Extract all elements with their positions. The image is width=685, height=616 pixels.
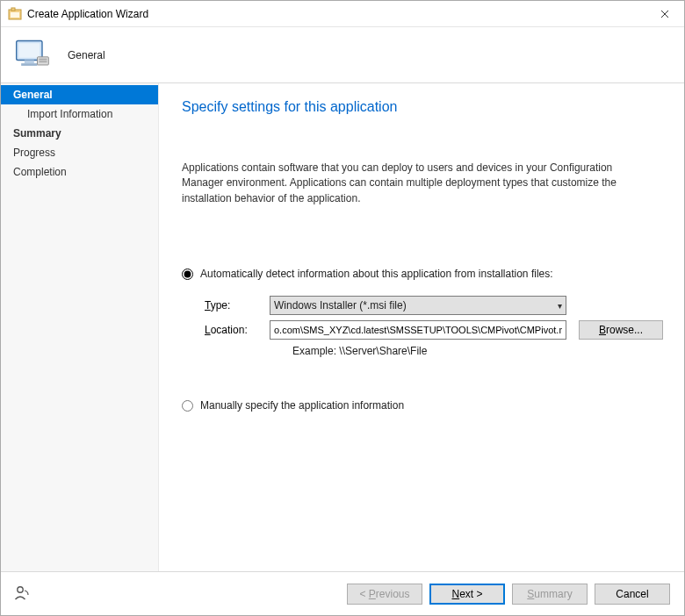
close-icon: [660, 10, 669, 18]
browse-button[interactable]: Browse...: [579, 320, 663, 340]
example-text: Example: \\Server\Share\File: [205, 345, 663, 357]
sidebar-item-import-information[interactable]: Import Information: [1, 104, 158, 124]
summary-button[interactable]: Summary: [512, 584, 588, 605]
svg-point-10: [18, 587, 23, 592]
svg-rect-5: [25, 60, 34, 63]
svg-rect-9: [39, 61, 47, 62]
body: General Import Information Summary Progr…: [1, 83, 684, 571]
location-input[interactable]: [270, 320, 566, 340]
auto-detect-form: Type: Windows Installer (*.msi file) ▾ L…: [182, 296, 663, 357]
sidebar-item-summary[interactable]: Summary: [1, 124, 158, 143]
window-title: Create Application Wizard: [27, 8, 645, 20]
cancel-button[interactable]: Cancel: [595, 584, 670, 605]
type-select-value: Windows Installer (*.msi file): [274, 299, 407, 312]
radio-auto-detect-label[interactable]: Automatically detect information about t…: [200, 268, 553, 280]
footer: < Previous Next > Summary Cancel: [1, 571, 684, 615]
radio-manual-row: Manually specify the application informa…: [182, 399, 663, 412]
header-title: General: [68, 49, 105, 61]
sidebar: General Import Information Summary Progr…: [1, 83, 159, 571]
next-button[interactable]: Next >: [429, 584, 505, 605]
description-text: Applications contain software that you c…: [182, 161, 656, 206]
page-title: Specify settings for this application: [182, 99, 663, 115]
header: General: [1, 27, 684, 83]
svg-rect-1: [11, 8, 15, 11]
location-label: Location:: [205, 324, 270, 336]
radio-manual[interactable]: [182, 400, 193, 412]
content: Specify settings for this application Ap…: [159, 83, 684, 571]
svg-rect-4: [18, 43, 40, 58]
type-select[interactable]: Windows Installer (*.msi file) ▾: [270, 296, 566, 315]
close-button[interactable]: [645, 1, 684, 26]
type-label: Type:: [205, 299, 270, 312]
previous-button[interactable]: < Previous: [347, 584, 422, 605]
radio-manual-label[interactable]: Manually specify the application informa…: [200, 399, 404, 412]
svg-rect-8: [39, 58, 47, 60]
titlebar: Create Application Wizard: [1, 1, 684, 27]
app-icon: [8, 7, 22, 21]
type-row: Type: Windows Installer (*.msi file) ▾: [205, 296, 663, 315]
person-icon[interactable]: [13, 584, 31, 602]
chevron-down-icon: ▾: [558, 301, 562, 311]
sidebar-item-progress[interactable]: Progress: [1, 143, 158, 162]
svg-rect-6: [21, 63, 37, 66]
sidebar-item-general[interactable]: General: [1, 85, 158, 104]
radio-auto-detect-row: Automatically detect information about t…: [182, 268, 663, 280]
monitor-icon: [13, 36, 52, 75]
radio-auto-detect[interactable]: [182, 269, 193, 280]
location-row: Location: Browse...: [205, 320, 663, 340]
sidebar-item-completion[interactable]: Completion: [1, 162, 158, 182]
svg-rect-2: [11, 12, 19, 18]
wizard-window: Create Application Wizard General Genera…: [0, 0, 685, 616]
